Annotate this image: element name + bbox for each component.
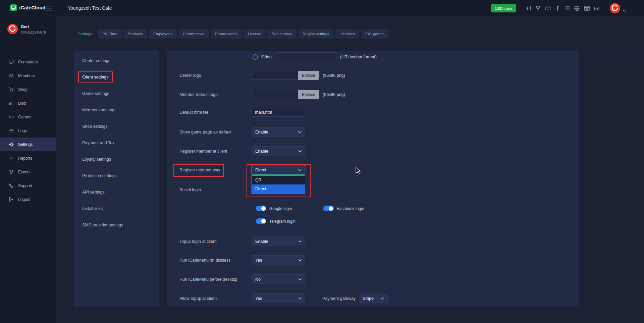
sidebar-item-computers[interactable]: Computers [0,55,56,69]
sidebar-item-games[interactable]: Games [0,110,56,124]
icafemenu-before-desktop-select[interactable]: No [252,274,305,284]
tab-center-news[interactable]: Center news [178,29,209,39]
show-game-page-select[interactable]: Enable [252,127,305,137]
top-tabs: Settings PC Time Products Employees Cent… [74,29,389,39]
sidebar-item-label: Logs [18,128,27,133]
glasses-icon[interactable] [593,5,600,11]
settings-menu-shop-settings[interactable]: Shop settings [74,118,159,134]
trophy-icon[interactable] [535,5,541,11]
stats-icon[interactable] [525,5,531,11]
social-login-row: Social login [179,185,252,195]
logout-icon [9,197,14,202]
tab-idc-games[interactable]: IDC games [361,29,389,39]
sidebar-item-shop[interactable]: Shop [0,83,56,96]
tab-region-settings[interactable]: Region settings [298,29,333,39]
keyboard-icon[interactable] [544,5,551,11]
dropdown-option-qr[interactable]: QR [252,176,305,184]
sidebar-item-label: Computers [18,60,38,64]
google-login-toggle[interactable] [256,206,266,211]
facebook-icon[interactable] [554,5,561,11]
boot-icon [9,101,14,106]
center-logo-file-input[interactable] [252,71,298,80]
facebook-login-toggle[interactable] [323,206,334,211]
select-value: Yes [255,296,262,301]
user-block: Geri 0086112345678 [0,22,56,46]
sidebar-item-label: Shop [18,87,28,92]
tab-promo-codes[interactable]: Promo codes [211,29,242,39]
sidebar-item-logout[interactable]: Logout [0,193,56,206]
telegram-login-label: Telegram login [269,219,296,224]
tab-pc-time[interactable]: PC Time [98,29,122,39]
payment-gateway-select[interactable]: Stripe [359,294,388,303]
brand[interactable]: iCafeCloud [10,4,46,11]
tab-employees[interactable]: Employees [149,29,177,39]
sidebar-item-logs[interactable]: Logs [0,124,56,138]
settings-menu-api-settings[interactable]: API settings [74,184,159,200]
user-avatar[interactable] [610,3,620,13]
member-logo-file-input[interactable] [252,90,298,99]
video-radio[interactable] [253,54,258,60]
telegram-login-toggle[interactable] [256,218,266,224]
sidebar-item-members[interactable]: Members [0,69,56,83]
sidebar-avatar[interactable] [7,24,18,34]
allow-topup-label: Allow topup at client [179,296,252,301]
video-row: Video (URL/webm format) [179,52,377,62]
tab-settings[interactable]: Settings [74,29,97,39]
settings-menu-install-links[interactable]: Install links [74,200,159,217]
select-value: Enable [255,130,268,134]
social-toggles-row-2: Telegram login [179,216,296,226]
brand-name: iCafeCloud [19,5,46,10]
tab-license[interactable]: License [244,29,266,39]
settings-menu-protection-settings[interactable]: Protection settings [74,167,159,184]
sidebar-item-boot[interactable]: Boot [0,96,56,110]
settings-menu-center-settings[interactable]: Center settings [74,52,159,69]
member-logo-label: Member default logo [179,92,252,97]
settings-menu-members-settings[interactable]: Members settings [74,102,159,118]
chevron-down-icon[interactable] [623,7,626,13]
icafemenu-diskless-select[interactable]: Yes [252,255,305,265]
settings-menu-payment-and-tax[interactable]: Payment and Tax [74,134,159,151]
settings-menu-sms-provider-settings[interactable]: SMS provider settings [74,217,159,233]
register-member-way-select[interactable]: Direct [252,165,305,175]
sidebar-item-support[interactable]: Support [0,179,56,193]
sidebar-item-settings[interactable]: Settings [0,138,56,151]
chevron-down-icon [298,131,302,133]
days-badge[interactable]: 1383 days [491,4,516,12]
gamepad-icon [9,114,14,119]
sidebar-nav: Computers Members Shop Boot Games Logs S… [0,55,56,206]
settings-menu-loyalty-settings[interactable]: Loyalty settings [74,151,159,167]
video-url-input[interactable] [278,52,336,61]
icafemenu-diskless-label: Run iCafeMenu on diskless [179,258,252,263]
tab-sub-centers[interactable]: Sub centers [267,29,297,39]
chevron-down-icon [381,298,384,300]
youtube-icon[interactable] [564,5,571,11]
social-login-label: Social login [179,187,252,192]
sidebar-item-label: Logout [18,197,31,202]
monitor-icon [9,59,14,64]
tab-products[interactable]: Products [123,29,147,39]
center-logo-browse-button[interactable]: Browse [298,71,319,80]
tab-licenses[interactable]: Licenses [335,29,359,39]
dropdown-option-direct[interactable]: Direct [252,184,305,193]
select-value: Yes [255,258,262,263]
register-member-client-select[interactable]: Enable [252,146,305,156]
sidebar-item-events[interactable]: Events [0,165,56,179]
client-settings-form-card: Video (URL/webm format) Center logo Brow… [167,51,579,307]
allow-topup-row: Allow topup at client Yes Payment gatewa… [179,293,388,303]
allow-topup-select[interactable]: Yes [252,293,305,303]
google-login-label: Google login [269,206,292,211]
settings-menu-game-settings[interactable]: Game settings [74,85,159,102]
globe-icon[interactable] [574,5,580,11]
select-value: No [255,277,261,282]
member-logo-browse-button[interactable]: Browse [298,90,319,99]
phone-icon [9,183,14,188]
menu-toggle-icon[interactable] [46,6,52,12]
default-html-row: Default html file [179,107,305,117]
default-html-input[interactable] [252,108,305,117]
sidebar-item-reports[interactable]: Reports [0,151,56,165]
register-member-way-row: Register member way Direct [179,165,305,175]
show-game-page-row: Show game page as default Enable [179,127,305,137]
topup-login-select[interactable]: Enable [252,236,305,246]
settings-menu-client-settings[interactable]: Client settings [74,69,159,85]
translate-icon[interactable] [584,5,590,11]
